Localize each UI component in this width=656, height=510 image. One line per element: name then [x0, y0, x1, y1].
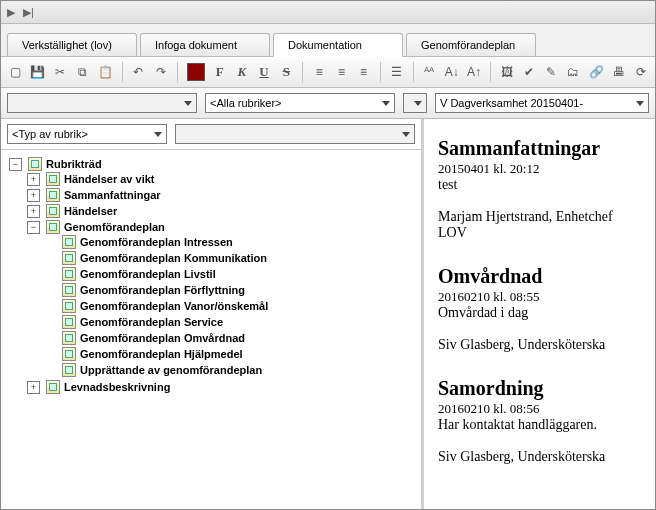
- bold-button[interactable]: F: [212, 61, 228, 83]
- tree-node[interactable]: +Händelser: [27, 204, 417, 218]
- tree-label: Genomförandeplan Omvårdnad: [80, 332, 245, 344]
- sign-icon[interactable]: ✎: [543, 61, 559, 83]
- tree-label: Rubrikträd: [46, 158, 102, 170]
- print-icon[interactable]: 🖶: [611, 61, 627, 83]
- cut-icon[interactable]: ✂: [52, 61, 68, 83]
- tree-label: Genomförandeplan: [64, 221, 165, 233]
- entry-body: test: [438, 177, 641, 193]
- entry-signature: Siv Glasberg, Undersköterska: [438, 449, 641, 465]
- separator: [177, 62, 178, 82]
- entry-signature: Siv Glasberg, Undersköterska: [438, 337, 641, 353]
- tree-node[interactable]: Genomförandeplan Service: [45, 315, 417, 329]
- document-pane: Sammanfattningar20150401 kl. 20:12testMa…: [424, 119, 655, 510]
- item-icon: [62, 331, 76, 345]
- align-center-icon[interactable]: ≡: [333, 61, 349, 83]
- align-right-icon[interactable]: ≡: [356, 61, 372, 83]
- separator: [490, 62, 491, 82]
- split-view: <Typ av rubrik> − Rubrikträd +Händelser …: [1, 119, 655, 510]
- tab-genomforandeplan[interactable]: Genomförandeplan: [406, 33, 536, 56]
- tree-node[interactable]: −Genomförandeplan: [27, 220, 417, 234]
- journal-entry: Omvårdnad20160210 kl. 08:55Omvårdad i da…: [438, 265, 641, 353]
- tab-dokumentation[interactable]: Dokumentation: [273, 33, 403, 57]
- tree-label: Händelser av vikt: [64, 173, 155, 185]
- entry-signature: Marjam Hjertstrand, Enhetchef LOV: [438, 209, 641, 241]
- folder-icon: [28, 157, 42, 171]
- separator: [413, 62, 414, 82]
- tree-label: Sammanfattningar: [64, 189, 161, 201]
- tree-label: Genomförandeplan Hjälpmedel: [80, 348, 243, 360]
- sort-desc-icon[interactable]: A↑: [466, 61, 482, 83]
- filter-value: <Alla rubriker>: [210, 97, 282, 109]
- filter-bar: <Alla rubriker> V Dagverksamhet 20150401…: [1, 88, 655, 119]
- tree-node[interactable]: +Händelser av vikt: [27, 172, 417, 186]
- tree-node[interactable]: Genomförandeplan Förflyttning: [45, 283, 417, 297]
- filter-small[interactable]: [403, 93, 427, 113]
- item-icon: [46, 204, 60, 218]
- new-icon[interactable]: ▢: [7, 61, 23, 83]
- expand-icon[interactable]: +: [27, 381, 40, 394]
- rubrik-blank-combo[interactable]: [175, 124, 415, 144]
- paste-icon[interactable]: 📋: [97, 61, 114, 83]
- entry-title: Omvårdnad: [438, 265, 641, 288]
- item-icon: [62, 347, 76, 361]
- expand-icon[interactable]: +: [27, 205, 40, 218]
- tab-verkstallighet[interactable]: Verkställighet (lov): [7, 33, 137, 56]
- left-pane: <Typ av rubrik> − Rubrikträd +Händelser …: [1, 119, 424, 510]
- save-icon[interactable]: 💾: [29, 61, 46, 83]
- titlebar: ▶ ▶|: [1, 1, 655, 24]
- tree-node[interactable]: +Levnadsbeskrivning: [27, 380, 417, 394]
- tree-node[interactable]: Genomförandeplan Kommunikation: [45, 251, 417, 265]
- tree-node[interactable]: Upprättande av genomförandeplan: [45, 363, 417, 377]
- filter-verksamhet[interactable]: V Dagverksamhet 20150401-: [435, 93, 649, 113]
- link-icon[interactable]: 🔗: [588, 61, 605, 83]
- refresh-icon[interactable]: ⟳: [633, 61, 649, 83]
- tree-node[interactable]: Genomförandeplan Hjälpmedel: [45, 347, 417, 361]
- nav-prev-icon[interactable]: ▶: [7, 6, 15, 19]
- tree-node[interactable]: Genomförandeplan Livstil: [45, 267, 417, 281]
- tab-label: Dokumentation: [288, 39, 362, 51]
- font-color-icon[interactable]: [186, 61, 206, 83]
- tree-node[interactable]: Genomförandeplan Vanor/önskemål: [45, 299, 417, 313]
- rubrik-tree[interactable]: − Rubrikträd +Händelser av vikt+Sammanfa…: [1, 150, 421, 510]
- entry-timestamp: 20160210 kl. 08:56: [438, 401, 641, 417]
- sort-asc-icon[interactable]: A↓: [444, 61, 460, 83]
- nav-next-icon[interactable]: ▶|: [23, 6, 34, 19]
- align-left-icon[interactable]: ≡: [311, 61, 327, 83]
- filter-combo-1[interactable]: [7, 93, 197, 113]
- separator: [302, 62, 303, 82]
- entry-body: Har kontaktat handläggaren.: [438, 417, 641, 433]
- expand-icon[interactable]: +: [27, 173, 40, 186]
- italic-button[interactable]: K: [234, 61, 250, 83]
- underline-button[interactable]: U: [256, 61, 272, 83]
- tab-infoga-dokument[interactable]: Infoga dokument: [140, 33, 270, 56]
- app-window: ▶ ▶| Verkställighet (lov) Infoga dokumen…: [0, 0, 656, 510]
- item-icon: [46, 380, 60, 394]
- tree-node[interactable]: Genomförandeplan Omvårdnad: [45, 331, 417, 345]
- tree-node[interactable]: +Sammanfattningar: [27, 188, 417, 202]
- tree-node[interactable]: Genomförandeplan Intressen: [45, 235, 417, 249]
- bullet-list-icon[interactable]: ☰: [388, 61, 404, 83]
- copy-icon[interactable]: ⧉: [74, 61, 90, 83]
- tree-label: Levnadsbeskrivning: [64, 381, 170, 393]
- register-icon[interactable]: 🗂: [565, 61, 581, 83]
- expand-icon[interactable]: +: [27, 189, 40, 202]
- spellcheck-icon[interactable]: ✔: [521, 61, 537, 83]
- redo-icon[interactable]: ↷: [153, 61, 169, 83]
- filter-rubriker[interactable]: <Alla rubriker>: [205, 93, 395, 113]
- tab-label: Verkställighet (lov): [22, 39, 112, 51]
- tab-label: Genomförandeplan: [421, 39, 515, 51]
- tree-root[interactable]: − Rubrikträd: [9, 157, 417, 171]
- collapse-icon[interactable]: −: [27, 221, 40, 234]
- collapse-icon[interactable]: −: [9, 158, 22, 171]
- insert-image-icon[interactable]: 🖼: [499, 61, 515, 83]
- tabstrip: Verkställighet (lov) Infoga dokument Dok…: [1, 24, 655, 56]
- entry-timestamp: 20160210 kl. 08:55: [438, 289, 641, 305]
- combo-value: <Typ av rubrik>: [12, 128, 88, 140]
- item-icon: [62, 267, 76, 281]
- rubrik-type-combo[interactable]: <Typ av rubrik>: [7, 124, 167, 144]
- item-icon: [62, 235, 76, 249]
- find-replace-icon[interactable]: ᴬᴬ: [421, 61, 437, 83]
- undo-icon[interactable]: ↶: [130, 61, 146, 83]
- item-icon: [62, 299, 76, 313]
- strike-button[interactable]: S: [278, 61, 294, 83]
